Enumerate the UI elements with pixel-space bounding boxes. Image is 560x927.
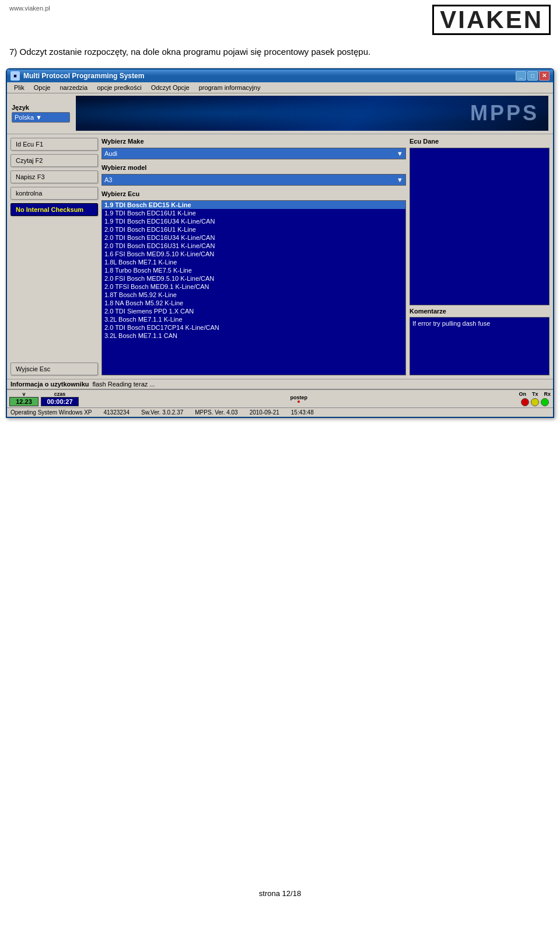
- app-window: ■ Multi Protocol Programming System _ □ …: [6, 68, 554, 418]
- czas-label: czas: [54, 391, 66, 397]
- page-footer: strona 12/18: [0, 877, 560, 909]
- window-title: Multi Protocol Programming System: [23, 72, 144, 80]
- ecu-item[interactable]: 3.2L Bosch ME7.1.1 CAN: [102, 332, 405, 340]
- menu-bar: Plik Opcje narzedzia opcje predkości Odc…: [7, 82, 553, 93]
- menu-plik[interactable]: Plik: [9, 83, 29, 92]
- site-url: www.viaken.pl: [9, 5, 50, 12]
- lang-select[interactable]: Polska ▼: [12, 112, 70, 123]
- progress-text: 20%: [298, 400, 300, 403]
- ecu-item[interactable]: 2.0 TDI Siemens PPD 1.X CAN: [102, 307, 405, 315]
- ecu-item[interactable]: 2.0 FSI Bosch MED9.5.10 K-Line/CAN: [102, 274, 405, 283]
- make-dropdown-row: Audi▼: [102, 148, 406, 159]
- ecu-item[interactable]: 1.8T Bosch M5.92 K-Line: [102, 291, 405, 299]
- minimize-button[interactable]: _: [516, 71, 526, 81]
- logo-text: VIAKEN: [440, 6, 543, 33]
- left-panel: Id Ecu F1 Czytaj F2 Napisz F3 kontrolna …: [10, 138, 98, 375]
- bottom-bar: Operating System Windows XP 41323234 Sw.…: [7, 407, 553, 417]
- tx-dot: [531, 398, 539, 406]
- logo: VIAKEN: [432, 5, 551, 35]
- status-bar: v 12.23 czas 00:00:27 postep 20% On Tx R…: [7, 389, 553, 407]
- menu-opcje[interactable]: Opcje: [29, 83, 55, 92]
- ecu-data-box: [410, 148, 550, 305]
- sw-ver-info: Sw.Ver. 3.0.2.37: [141, 409, 183, 416]
- comments-label: Komentarze: [410, 308, 550, 315]
- close-button[interactable]: ✕: [539, 71, 550, 81]
- v-value: 12.23: [9, 397, 38, 406]
- info-value: flash Reading teraz ...: [92, 381, 155, 388]
- os-info: Operating System Windows XP: [10, 409, 92, 416]
- tx-label: Tx: [532, 391, 538, 397]
- rx-dot: [541, 398, 549, 406]
- ecu-item[interactable]: 1.8 NA Bosch M5.92 K-Line: [102, 299, 405, 307]
- ecu-item[interactable]: 1.9 TDI Bosch EDC16U1 K-Line: [102, 209, 405, 217]
- menu-narzedzia[interactable]: narzedzia: [55, 83, 92, 92]
- app-icon: ■: [10, 71, 20, 81]
- comments-text: If error try pulling dash fuse: [412, 320, 547, 327]
- ecu-item[interactable]: 2.0 TFSI Bosch MED9.1 K-Line/CAN: [102, 283, 405, 291]
- make-select[interactable]: Audi▼: [102, 148, 406, 159]
- ecu-item[interactable]: 1.9 TDI Bosch EDC15 K-Line: [102, 201, 405, 209]
- model-label: Wybierz model: [102, 164, 406, 171]
- ecu-item[interactable]: 1.8L Bosch ME7.1 K-Line: [102, 258, 405, 266]
- title-bar: ■ Multi Protocol Programming System _ □ …: [7, 69, 553, 82]
- mpps-banner: MPPS: [76, 96, 548, 131]
- lang-section: Język Polska ▼: [12, 104, 70, 123]
- ecu-item[interactable]: 1.8 Turbo Bosch ME7.5 K-Line: [102, 266, 405, 274]
- make-label: Wybierz Make: [102, 138, 406, 145]
- page-header: www.viaken.pl VIAKEN: [0, 0, 560, 40]
- model-dropdown-row: A3▼: [102, 174, 406, 186]
- czas-value: 00:00:27: [41, 397, 79, 406]
- kontrolna-button[interactable]: kontrolna: [10, 187, 98, 200]
- ecu-dane-label: Ecu Dane: [410, 138, 550, 145]
- no-internal-checksum-button[interactable]: No Internal Checksum: [10, 203, 98, 216]
- v-label: v: [22, 391, 25, 397]
- mpps-ver-info: MPPS. Ver. 4.03: [195, 409, 237, 416]
- ecu-item[interactable]: 1.9 TDI Bosch EDC16U34 K-Line/CAN: [102, 217, 405, 225]
- on-dot: [521, 398, 529, 406]
- intro-text: 7) Odczyt zostanie rozpoczęty, na dole o…: [0, 40, 560, 68]
- on-label: On: [519, 391, 526, 397]
- time-info: 15:43:48: [291, 409, 314, 416]
- top-section: Język Polska ▼ MPPS: [7, 93, 553, 134]
- app-body: Język Polska ▼ MPPS Id Ecu F1 Czytaj F2 …: [7, 93, 553, 417]
- main-content: Id Ecu F1 Czytaj F2 Napisz F3 kontrolna …: [7, 134, 553, 379]
- lang-label: Język: [12, 104, 70, 111]
- maximize-button[interactable]: □: [527, 71, 538, 81]
- date-info: 2010-09-21: [250, 409, 279, 416]
- menu-program-info[interactable]: program informacyjny: [194, 83, 265, 92]
- page-number: strona 12/18: [259, 889, 301, 898]
- mpps-text: MPPS: [470, 101, 539, 126]
- ecu-item[interactable]: 3.2L Bosch ME7.1.1 K-Line: [102, 315, 405, 323]
- indicator-dots: [521, 398, 549, 406]
- ecu-item[interactable]: 1.6 FSI Bosch MED9.5.10 K-Line/CAN: [102, 250, 405, 258]
- ecu-item[interactable]: 2.0 TDI Bosch EDC16U31 K-Line/CAN: [102, 242, 405, 250]
- napisz-button[interactable]: Napisz F3: [10, 170, 98, 183]
- code-info: 41323234: [104, 409, 130, 416]
- title-bar-controls: _ □ ✕: [516, 71, 550, 81]
- ecu-item[interactable]: 2.0 TDI Bosch EDC17CP14 K-Line/CAN: [102, 323, 405, 332]
- info-row: Informacja o uzytkowniku flash Reading t…: [7, 379, 553, 389]
- progress-bar-container: 20%: [298, 400, 300, 403]
- wyjscie-button[interactable]: Wyjscie Esc: [10, 363, 98, 375]
- czytaj-button[interactable]: Czytaj F2: [10, 154, 98, 167]
- comments-box: If error try pulling dash fuse: [410, 317, 550, 375]
- right-panel: Ecu Dane Komentarze If error try pulling…: [410, 138, 550, 375]
- id-ecu-button[interactable]: Id Ecu F1: [10, 138, 98, 151]
- info-label: Informacja o uzytkowniku: [10, 381, 89, 388]
- model-select[interactable]: A3▼: [102, 174, 406, 186]
- title-bar-left: ■ Multi Protocol Programming System: [10, 71, 144, 81]
- ecu-list[interactable]: 1.9 TDI Bosch EDC15 K-Line1.9 TDI Bosch …: [102, 200, 406, 375]
- rx-label: Rx: [544, 391, 551, 397]
- ecu-label: Wybierz Ecu: [102, 190, 406, 197]
- ecu-item[interactable]: 2.0 TDI Bosch EDC16U1 K-Line: [102, 225, 405, 234]
- ecu-item[interactable]: 2.0 TDI Bosch EDC16U34 K-Line/CAN: [102, 234, 405, 242]
- menu-opcje-predkosci[interactable]: opcje predkości: [92, 83, 146, 92]
- postep-label: postep: [290, 395, 307, 400]
- menu-odczyt-opcje[interactable]: Odczyt Opcje: [146, 83, 194, 92]
- center-panel: Wybierz Make Audi▼ Wybierz model A3▼ Wyb…: [102, 138, 406, 375]
